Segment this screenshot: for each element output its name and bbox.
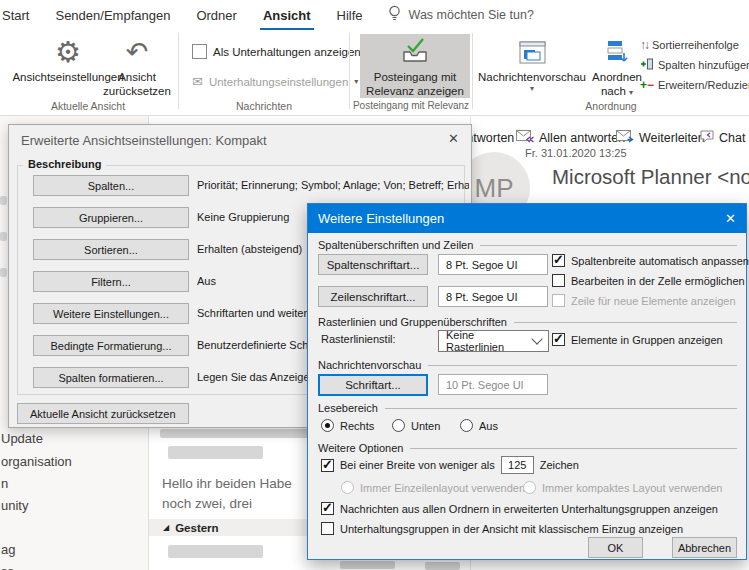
chevron-down-icon: ▾ [354,77,358,86]
radio-selected[interactable] [321,419,334,432]
menu-tab-hilfe[interactable]: Hilfe [324,8,376,23]
menu-tab-ordner[interactable]: Ordner [183,8,249,23]
checkbox-unchecked[interactable] [552,274,565,287]
checkbox-checked[interactable] [321,459,334,472]
ribbon-separator [472,33,473,109]
preview-font-value[interactable]: 10 Pt. Segoe UI [438,374,548,395]
reading-pane-right-option[interactable]: Rechts [321,419,374,432]
checkbox-checked[interactable] [552,254,565,267]
radio-unselected[interactable] [460,419,473,432]
format-columns-button[interactable]: Spalten formatieren... [33,367,189,388]
message-sender[interactable]: Microsoft Planner <noreply [552,165,749,189]
sort-order-button[interactable]: ↑↓ Sortierreihenfolge [640,38,739,52]
single-line-layout-option: Immer Einzeilenlayout verwenden [341,481,525,494]
sort-arrows-icon: ↑↓ [640,38,648,52]
other-settings-button[interactable]: Weitere Einstellungen... [33,303,189,324]
sort-order-label: Sortierreihenfolge [652,39,739,51]
reading-pane-bottom-option[interactable]: Unten [392,419,440,432]
folder-item[interactable]: n [1,476,8,491]
message-preview-button[interactable]: Nachrichtenvorschau ▾ [478,34,586,93]
add-columns-button[interactable]: Spalten hinzufügen [640,58,749,72]
folder-item[interactable]: ss [1,564,14,570]
autosize-columns-option[interactable]: Spaltenbreite automatisch anpassen [552,254,749,267]
focused-inbox-button[interactable]: Posteingang mit Relevanz anzeigen [360,34,470,98]
chat-bubble-icon [700,130,715,146]
dialog-title-bar[interactable]: Weitere Einstellungen ✕ [308,204,746,233]
column-font-value[interactable]: 8 Pt. Segoe UI [438,254,548,275]
ok-button[interactable]: OK [588,537,643,558]
close-icon[interactable]: ✕ [448,131,459,146]
ribbon: ⚙ Ansichtseinstellungen ↶ Ansicht zurück… [0,30,749,116]
inline-edit-option[interactable]: Bearbeiten in der Zelle ermöglichen [552,274,745,287]
cancel-button[interactable]: Abbrechen [672,537,737,558]
width-threshold-option[interactable]: Bei einer Breite von weniger als 125 Zei… [321,456,579,474]
message-preview-line[interactable]: Hello ihr beiden Habe [162,476,292,491]
message-date: Fr. 31.01.2020 13:25 [525,147,627,159]
filter-button[interactable]: Filtern... [33,271,189,292]
close-icon[interactable]: ✕ [725,211,736,226]
conversation-settings-label: Unterhaltungseinstellungen [209,76,348,88]
gridline-style-label: Rasterlinienstil: [321,333,396,345]
classic-indent-option[interactable]: Unterhaltungsgruppen in der Ansicht mit … [321,522,683,535]
group-expanded-icon[interactable]: ◢ [163,523,169,532]
ribbon-separator [178,33,179,109]
checkbox-unchecked[interactable] [321,522,334,535]
reading-pane-off-option[interactable]: Aus [460,419,498,432]
dialog-title: Weitere Einstellungen [318,211,444,226]
redacted-folder-text [0,268,7,277]
menu-tab-start[interactable]: Start [0,8,42,23]
row-font-value[interactable]: 8 Pt. Segoe UI [438,286,548,307]
add-columns-icon [640,58,654,72]
conversations-checkbox[interactable] [192,44,207,59]
preview-font-button[interactable]: Schriftart... [318,374,428,396]
redacted-message-text [340,561,395,569]
reset-view-label: Ansicht zurücksetzen [96,70,178,98]
menu-tab-senden-empfangen[interactable]: Senden/Empfangen [42,8,183,23]
checkbox-checked[interactable] [321,502,334,515]
chevron-down-icon [531,333,542,344]
show-as-conversations-toggle[interactable]: Als Unterhaltungen anzeigen [192,44,361,59]
reply-all-button[interactable]: Allen antworten [516,130,625,146]
redacted-message-sender [168,545,263,558]
column-font-button[interactable]: Spaltenschriftart... [318,254,428,275]
forward-button[interactable]: Weiterleiten [616,130,705,146]
chat-button[interactable]: Chat [700,130,745,146]
folder-item[interactable]: organisation [1,454,72,469]
width-value-input[interactable]: 125 [501,456,534,474]
sort-button[interactable]: Sortieren... [33,239,189,260]
folder-item[interactable]: unity [1,498,28,513]
group-by-button[interactable]: Gruppieren... [33,207,189,228]
message-preview-label: Nachrichtenvorschau [478,70,586,84]
new-item-row-option: Zeile für neue Elemente anzeigen [552,294,736,307]
section-reading-pane: Lesebereich [318,402,737,414]
expand-collapse-button[interactable]: +− Erweitern/Reduzieren [640,78,749,92]
menu-tab-ansicht[interactable]: Ansicht [250,8,324,23]
all-folders-conversations-option[interactable]: Nachrichten aus allen Ordnern in erweite… [321,502,718,515]
reset-view-button[interactable]: ↶ Ansicht zurücksetzen [96,34,178,98]
conditional-formatting-button[interactable]: Bedingte Formatierung... [33,335,189,356]
radio-disabled [341,481,354,494]
checkbox-checked[interactable] [552,333,565,346]
folder-item[interactable]: ag [1,542,15,557]
avatar-initials: MP [475,173,514,204]
description-section-label: Beschreibung [23,158,106,170]
folder-item[interactable]: Update [1,431,43,446]
gridline-style-dropdown[interactable]: Keine Rasterlinien [438,330,549,352]
ribbon-group-posteingang: Posteingang mit Relevanz [350,100,472,111]
forward-envelope-icon [616,130,635,146]
redacted-folder-text [0,196,7,205]
lightbulb-icon [388,5,401,26]
columns-button[interactable]: Spalten... [33,175,189,196]
tell-me-search[interactable]: Was möchten Sie tun? [388,5,534,26]
message-preview-line[interactable]: noch zwei, drei [162,496,252,511]
group-header-label: Gestern [175,522,218,534]
section-column-headings: Spaltenüberschriften und Zeilen [318,239,737,251]
checkbox-disabled [552,294,565,307]
show-in-groups-option[interactable]: Elemente in Gruppen anzeigen [552,333,723,346]
row-font-button[interactable]: Zeilenschriftart... [318,286,428,307]
radio-unselected[interactable] [392,419,405,432]
redacted-message-sender [168,446,263,459]
reset-current-view-button[interactable]: Aktuelle Ansicht zurücksetzen [17,403,189,424]
arrange-by-button[interactable]: Anordnen nach ▾ [588,34,646,100]
focused-inbox-label: Posteingang mit Relevanz anzeigen [360,70,470,98]
